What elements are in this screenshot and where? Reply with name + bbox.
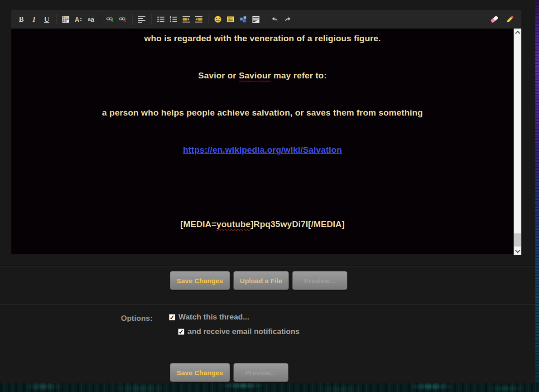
edit-post-page: BIUAaa who is regarded with the venerati… xyxy=(0,0,539,392)
wikipedia-link[interactable]: https://en.wikipedia.org/wiki/Salvation xyxy=(183,145,342,155)
save-changes-button[interactable]: Save Changes xyxy=(170,363,230,382)
toolbar-separator xyxy=(132,14,133,25)
editor-paragraph: https://en.wikipedia.org/wiki/Salvation xyxy=(11,145,514,155)
checkbox-checked-icon[interactable]: ✓ xyxy=(178,329,184,335)
toolbar-separator xyxy=(151,14,152,25)
insert-image-icon[interactable] xyxy=(224,13,237,25)
toolbar-separator xyxy=(265,14,266,25)
unlink-icon[interactable] xyxy=(116,13,129,25)
smilies-icon[interactable] xyxy=(212,13,224,25)
remove-formatting-icon[interactable] xyxy=(487,13,502,26)
preview-button[interactable]: Preview... xyxy=(233,363,289,382)
misspelled-word: Saviour xyxy=(239,71,271,80)
editor-paragraph: a person who helps people achieve salvat… xyxy=(11,108,514,117)
page-background-texture-right xyxy=(535,0,539,383)
toolbar-group: Aaa xyxy=(59,13,97,25)
scroll-up-button[interactable] xyxy=(514,29,521,36)
toolbar-group xyxy=(104,13,129,25)
toolbar-group xyxy=(135,13,148,25)
editor-text: who is regarded with the veneration of a… xyxy=(144,34,381,43)
checkbox-label[interactable]: Watch this thread... xyxy=(178,313,249,322)
editor-blank-line xyxy=(11,201,514,210)
editor-action-bar: Save ChangesUpload a FilePreview... xyxy=(170,271,347,290)
chevron-up-icon xyxy=(515,30,520,35)
scroll-down-button[interactable] xyxy=(514,247,521,255)
editor-scrollbar[interactable] xyxy=(514,29,521,255)
editor-blank-line xyxy=(11,90,514,99)
page-background-texture-bottom xyxy=(0,383,539,392)
checkbox-label[interactable]: and receive email notifications xyxy=(188,327,300,336)
outdent-icon[interactable] xyxy=(180,13,192,25)
editor-blank-line xyxy=(11,53,514,62)
divider xyxy=(0,358,535,358)
editor-text: ]Rpq35wyDi7I[/MEDIA] xyxy=(250,219,345,229)
misspelled-word: youtube xyxy=(217,219,250,229)
insert-code-icon[interactable] xyxy=(250,13,262,25)
editor-text: may refer to: xyxy=(271,71,327,80)
text-color-icon[interactable] xyxy=(59,13,72,25)
toolbar-group xyxy=(154,13,205,25)
text-align-icon[interactable] xyxy=(135,13,148,25)
editor-blank-line xyxy=(11,127,514,136)
toolbar-separator xyxy=(56,14,57,25)
editor-paragraph: who is regarded with the veneration of a… xyxy=(11,34,514,43)
editor-text: [MEDIA= xyxy=(180,219,217,229)
email-notifications-option[interactable]: ✓ and receive email notifications xyxy=(178,327,300,336)
preview-button[interactable]: Preview... xyxy=(292,271,347,290)
divider xyxy=(0,304,535,305)
options-label: Options: xyxy=(121,314,153,323)
divider xyxy=(0,266,535,266)
scrollbar-thumb[interactable] xyxy=(514,233,521,247)
editor-content[interactable]: who is regarded with the veneration of a… xyxy=(11,29,514,255)
undo-icon[interactable] xyxy=(269,13,281,25)
font-size-icon[interactable]: A xyxy=(72,13,85,25)
insert-media-icon[interactable] xyxy=(237,13,250,25)
font-family-icon[interactable]: aa xyxy=(85,13,97,25)
ordered-list-icon[interactable] xyxy=(167,13,180,25)
editor-paragraph: [MEDIA=youtube]Rpq35wyDi7I[/MEDIA] xyxy=(11,220,514,229)
underline-icon[interactable]: U xyxy=(40,13,53,25)
rich-text-editor: who is regarded with the veneration of a… xyxy=(11,29,521,255)
toolbar-separator xyxy=(100,14,101,25)
save-changes-button[interactable]: Save Changes xyxy=(170,271,230,290)
unordered-list-icon[interactable] xyxy=(154,13,167,25)
editor-text: a person who helps people achieve salvat… xyxy=(102,108,423,117)
toolbar-group xyxy=(212,13,262,25)
bold-icon[interactable]: B xyxy=(15,13,28,25)
editor-blank-line xyxy=(11,164,514,173)
editor-toolbar: BIUAaa xyxy=(11,10,521,29)
redo-icon[interactable] xyxy=(281,13,294,25)
toolbar-right-group xyxy=(487,13,518,26)
toolbar-group: BIU xyxy=(15,13,53,25)
form-action-bar: Save ChangesPreview... xyxy=(170,363,289,382)
watch-thread-option[interactable]: ✓ Watch this thread... xyxy=(169,313,249,322)
chevron-down-icon xyxy=(515,247,520,252)
toolbar-separator xyxy=(208,14,209,25)
toggle-bbcode-icon[interactable] xyxy=(502,13,518,26)
editor-paragraph: Savior or Saviour may refer to: xyxy=(11,71,514,80)
editor-text: Savior or xyxy=(198,71,239,80)
checkbox-checked-icon[interactable]: ✓ xyxy=(169,314,175,320)
toolbar-group xyxy=(269,13,294,25)
insert-link-icon[interactable] xyxy=(104,13,116,25)
editor-blank-line xyxy=(11,183,514,192)
italic-icon[interactable]: I xyxy=(28,13,40,25)
indent-icon[interactable] xyxy=(192,13,205,25)
upload-file-button[interactable]: Upload a File xyxy=(233,271,289,290)
